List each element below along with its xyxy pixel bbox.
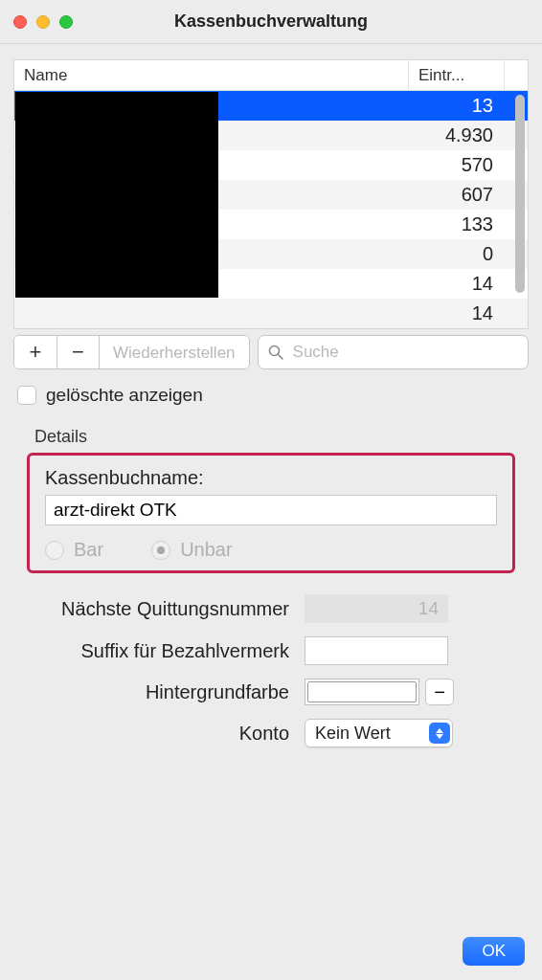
footer: OK	[0, 923, 542, 980]
zoom-window-button[interactable]	[59, 15, 73, 29]
search-icon	[268, 345, 283, 360]
restore-button[interactable]: Wiederherstellen	[99, 336, 249, 368]
add-button[interactable]: +	[14, 336, 56, 368]
table-row[interactable]: 0	[14, 239, 528, 269]
cell-name: arzt-direkt OTK	[14, 91, 409, 121]
name-field-label: Kassenbuchname:	[45, 467, 497, 489]
chevron-updown-icon	[429, 723, 450, 744]
table-row[interactable]: 570	[14, 150, 528, 180]
show-deleted-checkbox[interactable]	[17, 386, 36, 405]
show-deleted-label: gelöschte anzeigen	[46, 385, 203, 406]
cell-name	[14, 180, 409, 210]
table-row[interactable]: arzt-direkt OTK13	[14, 91, 528, 121]
suffix-label: Suffix für Bezahlvermerk	[27, 640, 305, 662]
cell-name	[14, 150, 409, 180]
close-window-button[interactable]	[13, 15, 27, 29]
cashbook-table: Name Eintr... arzt-direkt OTK134.9305706…	[13, 59, 529, 329]
cell-name	[14, 269, 409, 299]
list-edit-segment: + − Wiederherstellen	[13, 335, 250, 369]
cell-eintr: 14	[409, 269, 505, 299]
cell-eintr: 4.930	[409, 121, 505, 150]
bgcolor-well[interactable]	[305, 679, 419, 705]
radio-bar-label: Bar	[74, 539, 103, 561]
column-header-name[interactable]: Name	[14, 60, 409, 90]
svg-line-1	[278, 354, 282, 359]
next-receipt-field	[305, 594, 448, 623]
cell-name	[14, 299, 409, 328]
cell-name	[14, 210, 409, 239]
cell-name	[14, 239, 409, 269]
details-group: Kassenbuchname: Bar Unbar	[27, 453, 515, 573]
cell-eintr: 13	[409, 91, 505, 121]
cell-eintr: 570	[409, 150, 505, 180]
titlebar: Kassenbuchverwaltung	[0, 0, 542, 44]
cell-eintr: 0	[409, 239, 505, 269]
table-row[interactable]: 133	[14, 210, 528, 239]
next-receipt-label: Nächste Quittungsnummer	[27, 598, 305, 620]
search-field-wrap[interactable]	[258, 335, 529, 369]
table-row[interactable]: 14	[14, 299, 528, 328]
radio-bar[interactable]: Bar	[45, 539, 103, 561]
konto-label: Konto	[27, 723, 305, 745]
ok-button[interactable]: OK	[463, 937, 525, 966]
cell-eintr: 133	[409, 210, 505, 239]
bgcolor-label: Hintergrundfarbe	[27, 681, 305, 703]
table-row[interactable]: 14	[14, 269, 528, 299]
table-row[interactable]: 607	[14, 180, 528, 210]
window-title: Kassenbuchverwaltung	[0, 11, 542, 32]
search-input[interactable]	[291, 342, 518, 363]
minimize-window-button[interactable]	[36, 15, 50, 29]
table-row[interactable]: 4.930	[14, 121, 528, 150]
scrollbar[interactable]	[515, 95, 525, 325]
traffic-lights	[13, 15, 73, 29]
cell-eintr: 607	[409, 180, 505, 210]
details-section-label: Details	[34, 427, 529, 447]
remove-button[interactable]: −	[56, 336, 99, 368]
radio-unbar[interactable]: Unbar	[151, 539, 232, 561]
konto-select-value: Kein Wert	[315, 724, 391, 744]
column-header-eintr[interactable]: Eintr...	[409, 60, 505, 90]
cashbook-name-input[interactable]	[45, 495, 497, 525]
konto-select[interactable]: Kein Wert	[305, 719, 453, 747]
radio-unbar-label: Unbar	[180, 539, 232, 561]
cell-name	[14, 121, 409, 150]
cell-eintr: 14	[409, 299, 505, 328]
suffix-input[interactable]	[305, 636, 448, 665]
scrollbar-thumb[interactable]	[515, 95, 525, 293]
bgcolor-clear-button[interactable]: −	[425, 679, 454, 705]
column-header-pad	[505, 60, 528, 90]
